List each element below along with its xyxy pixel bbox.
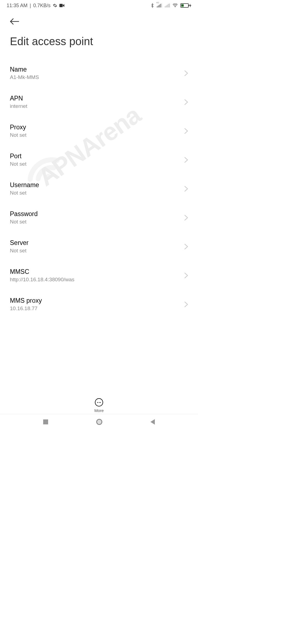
nav-recents-button[interactable]	[43, 419, 48, 424]
settings-gear-icon	[53, 3, 57, 8]
status-right: 4G	[151, 3, 191, 8]
setting-label: Username	[10, 181, 39, 189]
more-button[interactable]: More	[0, 395, 198, 413]
status-bar: 11:35 AM | 0.7KB/s 4G	[0, 0, 198, 11]
wifi-icon	[173, 4, 178, 7]
setting-row-password[interactable]: Password Not set	[10, 203, 188, 232]
setting-label: Port	[10, 152, 26, 160]
setting-row-proxy[interactable]: Proxy Not set	[10, 116, 188, 145]
nav-home-button[interactable]	[96, 419, 102, 425]
battery-icon: 38	[180, 3, 191, 8]
setting-row-apn[interactable]: APN internet	[10, 88, 188, 116]
setting-label: APN	[10, 95, 27, 102]
signal-sim1-icon: 4G	[157, 4, 162, 7]
setting-label: Server	[10, 239, 29, 247]
chevron-right-icon	[184, 301, 188, 307]
setting-value: A1-Mk-MMS	[10, 74, 39, 80]
chevron-right-icon	[184, 128, 188, 134]
status-divider: |	[30, 3, 31, 9]
charging-icon	[189, 4, 191, 7]
video-camera-icon	[59, 4, 64, 7]
navigation-bar	[0, 414, 198, 429]
settings-list: Name A1-Mk-MMS APN internet Proxy Not se…	[0, 59, 198, 319]
status-time: 11:35 AM	[7, 3, 28, 9]
signal-sim2-icon	[165, 4, 170, 7]
page-title: Edit access point	[10, 35, 188, 48]
setting-value: Not set	[10, 248, 29, 254]
svg-rect-1	[59, 4, 63, 7]
back-button[interactable]	[10, 16, 19, 27]
battery-percent: 38	[181, 4, 184, 7]
chevron-right-icon	[184, 186, 188, 192]
chevron-right-icon	[184, 70, 188, 76]
chevron-right-icon	[184, 157, 188, 163]
setting-value: Not set	[10, 219, 38, 225]
setting-row-mmsc[interactable]: MMSC http://10.16.18.4:38090/was	[10, 261, 188, 290]
setting-label: MMSC	[10, 268, 75, 275]
bluetooth-icon	[151, 3, 154, 8]
arrow-left-icon	[10, 18, 19, 25]
chevron-right-icon	[184, 99, 188, 105]
setting-value: 10.16.18.77	[10, 305, 42, 312]
status-left: 11:35 AM | 0.7KB/s	[7, 3, 64, 9]
chevron-right-icon	[184, 272, 188, 279]
more-horizontal-icon	[95, 398, 103, 406]
nav-back-button[interactable]	[150, 419, 155, 425]
setting-label: Password	[10, 210, 38, 218]
setting-value: http://10.16.18.4:38090/was	[10, 277, 75, 283]
chevron-right-icon	[184, 215, 188, 221]
setting-row-name[interactable]: Name A1-Mk-MMS	[10, 59, 188, 88]
more-label: More	[94, 408, 104, 413]
setting-row-server[interactable]: Server Not set	[10, 232, 188, 261]
status-data-rate: 0.7KB/s	[33, 3, 51, 9]
setting-label: Proxy	[10, 124, 26, 131]
setting-label: MMS proxy	[10, 297, 42, 304]
setting-value: Not set	[10, 190, 39, 196]
setting-row-username[interactable]: Username Not set	[10, 174, 188, 203]
setting-label: Name	[10, 66, 39, 73]
chevron-right-icon	[184, 244, 188, 250]
setting-row-mms-proxy[interactable]: MMS proxy 10.16.18.77	[10, 290, 188, 319]
network-type-label: 4G	[156, 1, 159, 4]
header: Edit access point	[0, 11, 198, 48]
setting-value: Not set	[10, 161, 26, 167]
setting-value: internet	[10, 103, 27, 109]
setting-value: Not set	[10, 132, 26, 138]
setting-row-port[interactable]: Port Not set	[10, 145, 188, 174]
